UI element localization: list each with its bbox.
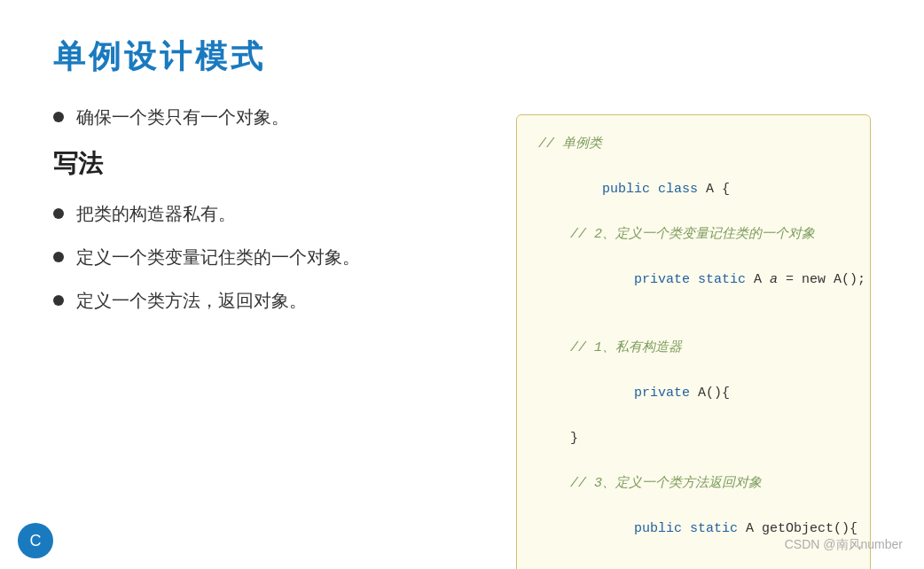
- code-constructor-rest: A(){: [690, 386, 730, 401]
- code-field-line: private static A a = new A();: [538, 246, 849, 315]
- code-comment1: // 单例类: [538, 133, 849, 156]
- code-comment3: // 1、私有构造器: [538, 337, 849, 360]
- code-keyword-public: public class: [602, 182, 698, 197]
- bullet-dot-intro: [53, 112, 64, 122]
- code-field-rest: A: [746, 272, 770, 287]
- watermark: CSDN @南风number: [785, 537, 903, 553]
- code-method-rest: A getObject(){: [738, 521, 857, 536]
- bullet-text-1: 把类的构造器私有。: [76, 202, 236, 226]
- code-method-indent: [602, 521, 634, 536]
- code-class-line: public class A {: [538, 156, 849, 224]
- code-class-name: A {: [698, 182, 730, 197]
- intro-text: 确保一个类只有一个对象。: [76, 105, 289, 129]
- code-field-text: [602, 272, 634, 287]
- code-field-var: a: [770, 272, 778, 287]
- code-constructor-indent: [602, 386, 634, 401]
- bottom-icon: C: [18, 523, 53, 558]
- slide-container: 单例设计模式 确保一个类只有一个对象。 写法 把类的构造器私有。 定义一个类变量…: [0, 0, 924, 569]
- code-constructor1: private A(){: [538, 359, 849, 427]
- bullet-text-3: 定义一个类方法，返回对象。: [76, 289, 307, 313]
- code-keyword-private-static: private static: [634, 272, 746, 287]
- bullet-text-2: 定义一个类变量记住类的一个对象。: [76, 246, 360, 269]
- code-keyword-public-static: public static: [634, 521, 738, 536]
- left-section: 确保一个类只有一个对象。 写法 把类的构造器私有。 定义一个类变量记住类的一个对…: [53, 105, 481, 569]
- section-heading: 写法: [53, 147, 463, 181]
- code-comment4: // 3、定义一个类方法返回对象: [538, 472, 849, 495]
- bullet-dot-2: [53, 252, 64, 262]
- bullet-1: 把类的构造器私有。: [53, 202, 463, 226]
- bullet-dot-1: [53, 208, 64, 219]
- code-blank2: [538, 449, 849, 472]
- bottom-icon-symbol: C: [30, 532, 42, 550]
- code-blank1: [538, 314, 849, 337]
- bullet-2: 定义一个类变量记住类的一个对象。: [53, 246, 463, 269]
- bullet-dot-3: [53, 295, 64, 306]
- code-field-assign: = new A();: [778, 272, 865, 287]
- bullet-3: 定义一个类方法，返回对象。: [53, 289, 463, 313]
- code-method2: return a;: [538, 563, 849, 570]
- content-area: 确保一个类只有一个对象。 写法 把类的构造器私有。 定义一个类变量记住类的一个对…: [53, 105, 871, 569]
- main-title: 单例设计模式: [53, 35, 871, 79]
- code-comment2: // 2、定义一个类变量记住类的一个对象: [538, 223, 849, 246]
- intro-bullet: 确保一个类只有一个对象。: [53, 105, 463, 129]
- code-keyword-private: private: [634, 386, 690, 401]
- code-panel: // 单例类 public class A { // 2、定义一个类变量记住类的…: [516, 114, 871, 569]
- code-constructor2: }: [538, 427, 849, 450]
